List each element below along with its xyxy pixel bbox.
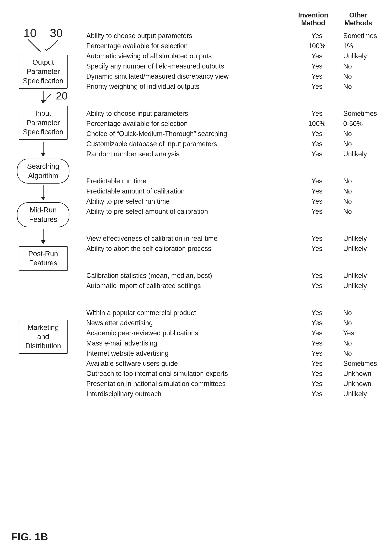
- row-other-value: No: [343, 309, 381, 317]
- row-label: Mass e-mail advertising: [86, 339, 302, 347]
- table-row: Percentage available for selection100%1%: [86, 41, 381, 51]
- table-row: Priority weighting of individual outputs…: [86, 81, 381, 91]
- row-other-value: No: [343, 208, 381, 215]
- table-row: Ability to abort the self-calibration pr…: [86, 244, 381, 254]
- row-invention-value: Yes: [302, 72, 332, 80]
- row-label: Ability to abort the self-calibration pr…: [86, 245, 302, 252]
- row-invention-value: Yes: [302, 177, 332, 185]
- row-other-value: Sometimes: [343, 32, 381, 40]
- row-label: Outreach to top international simulation…: [86, 370, 302, 378]
- section-searching: Predictable run timeYesNoPredictable amo…: [86, 176, 381, 217]
- row-label: Within a popular commercial product: [86, 309, 302, 317]
- row-invention-value: 100%: [302, 120, 332, 128]
- comparison-table: Invention Method Other Methods Ability t…: [75, 11, 381, 407]
- table-header: Invention Method Other Methods: [86, 11, 381, 27]
- row-label: Random number seed analysis: [86, 150, 302, 158]
- row-label: Academic peer-reviewed publications: [86, 329, 302, 337]
- row-label: View effectiveness of calibration in rea…: [86, 235, 302, 242]
- postrun-node: Post-Run Features: [19, 246, 68, 271]
- row-other-value: Unknown: [343, 380, 381, 388]
- row-other-value: No: [343, 350, 381, 357]
- row-invention-value: Yes: [302, 52, 332, 60]
- table-row: Random number seed analysisYesUnlikely: [86, 149, 381, 159]
- row-label: Internet website advertising: [86, 350, 302, 357]
- table-row: Ability to choose output parametersYesSo…: [86, 31, 381, 41]
- invention-header: Invention Method: [298, 11, 328, 27]
- row-label: Presentation in national simulation comm…: [86, 380, 302, 388]
- row-label: Automatic viewing of all simulated outpu…: [86, 52, 302, 60]
- row-invention-value: Yes: [302, 350, 332, 357]
- flowchart: 10 30 Output Parameter Specification 20: [11, 11, 75, 407]
- table-row: Internet website advertisingYesNo: [86, 348, 381, 358]
- searching-node: Searching Algorithm: [17, 159, 70, 183]
- row-other-value: No: [343, 62, 381, 70]
- row-other-value: Unlikely: [343, 150, 381, 158]
- row-invention-value: Yes: [302, 62, 332, 70]
- table-row: Ability to pre-select run timeYesNo: [86, 196, 381, 206]
- row-invention-value: Yes: [302, 319, 332, 327]
- row-other-value: No: [343, 177, 381, 185]
- row-other-value: 0-50%: [343, 120, 381, 128]
- row-other-value: Unlikely: [343, 272, 381, 280]
- section-input: Ability to choose input parametersYesSom…: [86, 108, 381, 159]
- row-other-value: Sometimes: [343, 110, 381, 118]
- row-other-value: Unlikely: [343, 235, 381, 242]
- number-30: 30: [50, 26, 63, 40]
- midrun-node: Mid-Run Features: [17, 202, 70, 227]
- svg-line-0: [28, 40, 39, 51]
- row-label: Specify any number of field-measured out…: [86, 62, 302, 70]
- row-label: Ability to pre-select run time: [86, 197, 302, 205]
- row-invention-value: Yes: [302, 32, 332, 40]
- row-invention-value: Yes: [302, 197, 332, 205]
- row-label: Calibration statistics (mean, median, be…: [86, 272, 302, 280]
- row-label: Automatic import of calibrated settings: [86, 282, 302, 290]
- row-invention-value: Yes: [302, 83, 332, 91]
- row-invention-value: Yes: [302, 390, 332, 398]
- row-other-value: Unlikely: [343, 282, 381, 290]
- marketing-node: Marketing and Distribution: [19, 320, 68, 354]
- row-other-value: Unknown: [343, 370, 381, 378]
- number-10: 10: [24, 26, 37, 40]
- row-other-value: No: [343, 140, 381, 148]
- output-param-node: Output Parameter Specification: [19, 55, 68, 89]
- row-other-value: Yes: [343, 329, 381, 337]
- row-label: Newsletter advertising: [86, 319, 302, 327]
- row-invention-value: Yes: [302, 360, 332, 367]
- table-row: Specify any number of field-measured out…: [86, 61, 381, 71]
- row-other-value: Unlikely: [343, 245, 381, 252]
- table-row: Outreach to top international simulation…: [86, 369, 381, 379]
- row-invention-value: Yes: [302, 272, 332, 280]
- row-invention-value: Yes: [302, 110, 332, 118]
- row-label: Percentage available for selection: [86, 42, 302, 50]
- section-marketing: Within a popular commercial productYesNo…: [86, 308, 381, 399]
- row-label: Ability to choose input parameters: [86, 110, 302, 118]
- row-label: Ability to pre-select amount of calibrat…: [86, 208, 302, 215]
- table-row: Choice of “Quick-Medium-Thorough” search…: [86, 129, 381, 139]
- row-other-value: No: [343, 83, 381, 91]
- table-row: Mass e-mail advertisingYesNo: [86, 338, 381, 348]
- row-invention-value: Yes: [302, 140, 332, 148]
- row-other-value: Unlikely: [343, 52, 381, 60]
- row-other-value: No: [343, 319, 381, 327]
- row-invention-value: Yes: [302, 309, 332, 317]
- row-invention-value: Yes: [302, 380, 332, 388]
- row-other-value: No: [343, 72, 381, 80]
- table-body: Ability to choose output parametersYesSo…: [86, 31, 381, 399]
- row-other-value: Sometimes: [343, 360, 381, 367]
- row-invention-value: Yes: [302, 329, 332, 337]
- table-row: Automatic import of calibrated settingsY…: [86, 281, 381, 291]
- row-label: Customizable database of input parameter…: [86, 140, 302, 148]
- row-invention-value: 100%: [302, 42, 332, 50]
- row-other-value: No: [343, 130, 381, 138]
- row-other-value: Unlikely: [343, 390, 381, 398]
- row-invention-value: Yes: [302, 130, 332, 138]
- row-invention-value: Yes: [302, 339, 332, 347]
- row-invention-value: Yes: [302, 245, 332, 252]
- section-midrun: View effectiveness of calibration in rea…: [86, 233, 381, 254]
- row-label: Percentage available for selection: [86, 120, 302, 128]
- row-label: Priority weighting of individual outputs: [86, 83, 302, 91]
- table-row: Calibration statistics (mean, median, be…: [86, 271, 381, 281]
- row-invention-value: Yes: [302, 208, 332, 215]
- table-row: Predictable amount of calibrationYesNo: [86, 186, 381, 196]
- row-other-value: 1%: [343, 42, 381, 50]
